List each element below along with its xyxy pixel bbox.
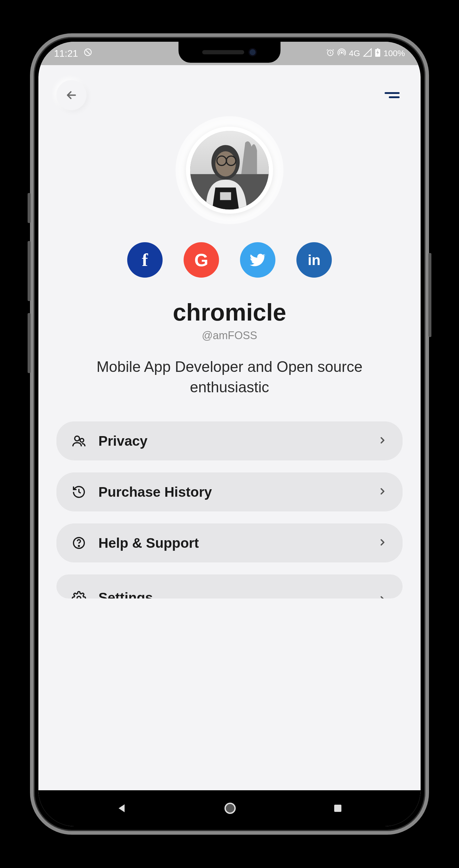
profile-avatar[interactable] bbox=[186, 127, 273, 214]
back-button[interactable] bbox=[56, 80, 87, 110]
menu-label: Settings bbox=[98, 589, 365, 598]
svg-point-17 bbox=[77, 596, 81, 598]
svg-rect-19 bbox=[334, 805, 341, 812]
menu-label: Privacy bbox=[98, 433, 365, 449]
menu-item-help-support[interactable]: Help & Support bbox=[56, 523, 403, 562]
avatar-glow bbox=[175, 116, 284, 224]
speaker bbox=[202, 50, 244, 54]
status-time: 11:21 bbox=[54, 48, 78, 59]
avatar-image bbox=[190, 131, 269, 210]
twitter-icon bbox=[249, 251, 267, 269]
people-icon bbox=[71, 433, 87, 448]
menu-icon bbox=[385, 92, 400, 94]
svg-point-18 bbox=[225, 803, 235, 813]
nav-back-button[interactable] bbox=[98, 796, 146, 820]
phone-screen: 11:21 4G 100% bbox=[38, 42, 421, 826]
menu-label: Help & Support bbox=[98, 535, 365, 551]
menu-item-settings[interactable]: Settings bbox=[56, 575, 403, 598]
notch bbox=[178, 42, 281, 63]
arrow-left-icon bbox=[65, 89, 78, 102]
do-not-disturb-icon bbox=[84, 48, 92, 59]
twitter-button[interactable] bbox=[240, 242, 275, 278]
menu-item-privacy[interactable]: Privacy bbox=[56, 422, 403, 460]
square-recents-icon bbox=[332, 803, 343, 814]
google-button[interactable]: G bbox=[184, 242, 219, 278]
android-nav-bar bbox=[38, 790, 421, 826]
battery-icon bbox=[375, 48, 381, 59]
svg-point-14 bbox=[80, 438, 84, 442]
chevron-right-icon bbox=[378, 486, 388, 498]
settings-icon bbox=[71, 591, 87, 598]
triangle-back-icon bbox=[116, 802, 128, 814]
facebook-icon: f bbox=[142, 250, 148, 271]
front-camera bbox=[249, 48, 257, 56]
chevron-right-icon bbox=[378, 594, 388, 598]
hotspot-icon bbox=[337, 48, 346, 59]
nav-recents-button[interactable] bbox=[315, 797, 361, 820]
battery-percent: 100% bbox=[384, 49, 405, 58]
volume-mute-button bbox=[28, 193, 31, 223]
svg-point-2 bbox=[341, 52, 342, 53]
linkedin-button[interactable]: in bbox=[296, 242, 332, 278]
facebook-button[interactable]: f bbox=[127, 242, 163, 278]
settings-menu: Privacy Purchase History bbox=[38, 422, 421, 598]
linkedin-icon: in bbox=[308, 252, 321, 268]
circle-home-icon bbox=[224, 802, 237, 815]
history-icon bbox=[71, 485, 87, 499]
svg-rect-12 bbox=[220, 192, 231, 200]
profile-bio: Mobile App Developer and Open source ent… bbox=[38, 357, 421, 397]
network-type: 4G bbox=[349, 49, 360, 58]
volume-down-button bbox=[28, 313, 31, 373]
signal-icon bbox=[363, 48, 372, 59]
svg-point-13 bbox=[75, 436, 79, 441]
menu-item-purchase-history[interactable]: Purchase History bbox=[56, 472, 403, 512]
menu-label: Purchase History bbox=[98, 484, 365, 500]
menu-button[interactable] bbox=[382, 89, 403, 101]
help-icon bbox=[71, 535, 87, 551]
phone-mockup-frame: 11:21 4G 100% bbox=[30, 33, 429, 835]
nav-home-button[interactable] bbox=[205, 796, 255, 821]
app-content: f G in chromicle @amFOSS Mobile App Deve… bbox=[38, 65, 421, 790]
header bbox=[38, 65, 421, 119]
google-icon: G bbox=[194, 250, 208, 271]
avatar-container bbox=[38, 116, 421, 224]
volume-up-button bbox=[28, 241, 31, 301]
svg-rect-4 bbox=[377, 48, 379, 49]
profile-name: chromicle bbox=[38, 299, 421, 326]
chevron-right-icon bbox=[378, 435, 388, 446]
social-links: f G in bbox=[38, 242, 421, 278]
profile-handle: @amFOSS bbox=[38, 329, 421, 342]
chevron-right-icon bbox=[378, 537, 388, 549]
alarm-icon bbox=[326, 48, 334, 59]
svg-point-16 bbox=[78, 545, 79, 546]
power-button bbox=[428, 253, 431, 337]
